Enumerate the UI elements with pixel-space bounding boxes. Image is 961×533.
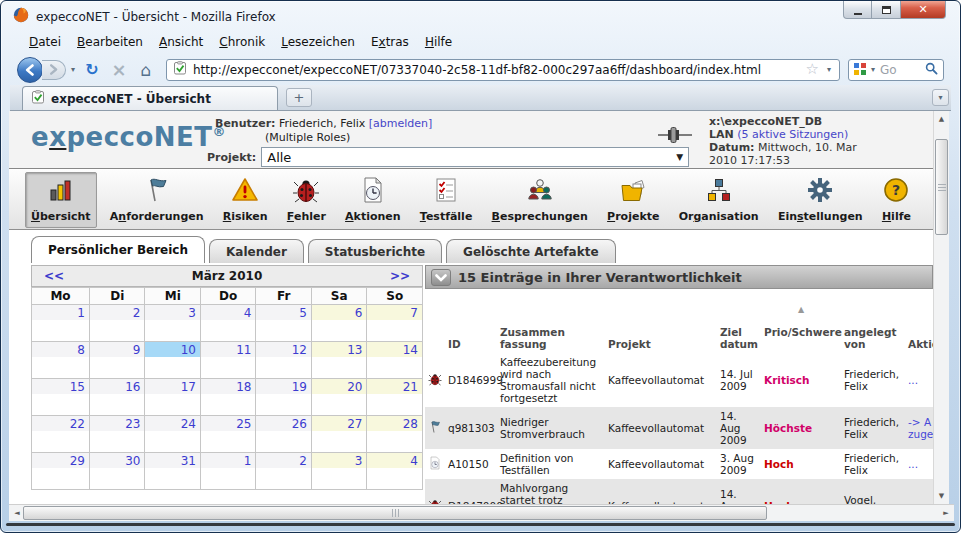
calendar-day-cell[interactable]: 12	[256, 342, 312, 379]
maximize-button[interactable]	[872, 1, 900, 19]
vertical-scrollbar[interactable]: ▲ ▼	[933, 111, 949, 504]
search-box[interactable]: ▾ Go	[848, 59, 944, 81]
lan-sessions[interactable]: (5 aktive Sitzungen)	[737, 128, 848, 141]
sort-ascending-icon[interactable]: ▲	[764, 306, 838, 314]
calendar-day-cell[interactable]: 7	[367, 305, 423, 342]
menu-bearbeiten[interactable]: Bearbeiten	[69, 32, 151, 52]
tab-persoenlicher-bereich[interactable]: Persönlicher Bereich	[31, 236, 205, 263]
entry-row[interactable]: D1847000Mahlvorgang startet trotz versto…	[425, 479, 933, 504]
calendar-day-cell[interactable]: 4	[200, 305, 256, 342]
menu-datei[interactable]: Datei	[21, 32, 69, 52]
column-action[interactable]: Aktion	[905, 291, 933, 353]
toolbar-risiken[interactable]: Risiken	[217, 172, 274, 228]
calendar-day-cell[interactable]: 19	[256, 379, 312, 416]
entry-row[interactable]: A10150Definition von TestfällenKaffeevol…	[425, 449, 933, 479]
toolbar-organisation[interactable]: Organisation	[673, 172, 765, 228]
stop-icon[interactable]: ×	[107, 58, 131, 82]
calendar-day-cell[interactable]: 16	[89, 379, 145, 416]
calendar-day-cell[interactable]: 18	[200, 379, 256, 416]
project-select[interactable]: Alle ▼	[261, 147, 689, 167]
toolbar-einstellungen[interactable]: Einstellungen	[772, 172, 869, 228]
collapse-panel-button[interactable]	[431, 269, 451, 286]
calendar-day-cell[interactable]: 27	[311, 416, 367, 453]
toolbar-projekte[interactable]: Projekte	[601, 172, 665, 228]
menu-ansicht[interactable]: Ansicht	[151, 32, 211, 52]
reload-icon[interactable]: ↻	[80, 58, 104, 82]
calendar-day-cell[interactable]: 13	[311, 342, 367, 379]
calendar-prev-link[interactable]: <<	[44, 269, 64, 283]
toolbar-testfaelle[interactable]: Testfälle	[414, 172, 479, 228]
calendar-day-cell[interactable]: 31	[145, 453, 201, 490]
menu-lesezeichen[interactable]: Lesezeichen	[273, 32, 363, 52]
entry-row[interactable]: D1846999Kaffeezubereitung wird nach Stro…	[425, 353, 933, 407]
horizontal-scrollbar[interactable]: ◄ ►	[9, 504, 954, 521]
entry-action-link[interactable]: ...	[905, 479, 933, 504]
calendar-day-cell[interactable]: 1	[200, 453, 256, 490]
calendar-day-cell[interactable]: 28	[367, 416, 423, 453]
title-bar[interactable]: expeccoNET - Übersicht - Mozilla Firefox	[13, 4, 800, 29]
back-button[interactable]	[17, 57, 43, 83]
calendar-day-cell[interactable]: 3	[145, 305, 201, 342]
column-priority[interactable]: ▲ Prio/Schwere	[761, 291, 841, 353]
scroll-up-icon[interactable]: ▲	[934, 111, 949, 127]
new-tab-button[interactable]: +	[286, 88, 312, 107]
entry-action-link[interactable]: ...	[905, 449, 933, 479]
menu-extras[interactable]: Extras	[363, 32, 417, 52]
column-id[interactable]: ID	[445, 291, 497, 353]
calendar-day-cell[interactable]: 6	[311, 305, 367, 342]
calendar-day-cell[interactable]: 26	[256, 416, 312, 453]
toolbar-hilfe[interactable]: ? Hilfe	[876, 172, 917, 228]
tab-kalender[interactable]: Kalender	[209, 239, 304, 263]
menu-hilfe[interactable]: Hilfe	[417, 32, 460, 52]
toolbar-uebersicht[interactable]: Übersicht	[25, 172, 97, 228]
column-created-by[interactable]: angelegt von	[841, 291, 905, 353]
scroll-right-icon[interactable]: ►	[938, 505, 954, 521]
calendar-day-cell[interactable]: 20	[311, 379, 367, 416]
calendar-day-cell[interactable]: 10	[145, 342, 201, 379]
toolbar-fehler[interactable]: Fehler	[281, 172, 332, 228]
url-dropdown-icon[interactable]: ▾	[825, 65, 833, 74]
horizontal-scroll-thumb[interactable]	[23, 506, 767, 520]
calendar-day-cell[interactable]: 3	[311, 453, 367, 490]
browser-tab[interactable]: expeccoNET - Übersicht	[22, 86, 278, 110]
toolbar-anforderungen[interactable]: Anforderungen	[104, 172, 210, 228]
close-button[interactable]: ✕	[900, 1, 946, 19]
calendar-day-cell[interactable]: 30	[89, 453, 145, 490]
column-project[interactable]: Projekt	[605, 291, 717, 353]
calendar-day-cell[interactable]: 21	[367, 379, 423, 416]
history-dropdown-icon[interactable]: ▾	[69, 65, 77, 74]
toolbar-besprechungen[interactable]: Besprechungen	[486, 172, 594, 228]
forward-button[interactable]	[42, 60, 66, 80]
calendar-day-cell[interactable]: 9	[89, 342, 145, 379]
search-engine-dropdown-icon[interactable]: ▾	[869, 65, 877, 74]
column-summary[interactable]: Zusammen fassung	[497, 291, 605, 353]
calendar-day-cell[interactable]: 2	[256, 453, 312, 490]
calendar-day-cell[interactable]: 2	[89, 305, 145, 342]
home-icon[interactable]: ⌂	[134, 58, 158, 82]
bookmark-star-icon[interactable]: ☆	[806, 62, 819, 77]
scroll-down-icon[interactable]: ▼	[934, 488, 949, 504]
calendar-day-cell[interactable]: 24	[145, 416, 201, 453]
column-due-date[interactable]: Ziel datum	[717, 291, 761, 353]
tab-list-dropdown-icon[interactable]: ▾	[932, 89, 949, 106]
entry-action-link[interactable]: ...	[905, 353, 933, 407]
entry-action-link[interactable]: -> A zuge	[905, 407, 933, 449]
calendar-day-cell[interactable]: 4	[367, 453, 423, 490]
toolbar-aktionen[interactable]: Aktionen	[339, 172, 407, 228]
tab-statusberichte[interactable]: Statusberichte	[308, 239, 442, 263]
magnifier-icon[interactable]	[925, 60, 938, 79]
url-text[interactable]: http://expecconet/expeccoNET/07337040-2c…	[193, 63, 800, 77]
tab-geloeschte-artefakte[interactable]: Gelöschte Artefakte	[446, 239, 615, 263]
calendar-day-cell[interactable]: 23	[89, 416, 145, 453]
entry-row[interactable]: q981303Niedriger StromverbrauchKaffeevol…	[425, 407, 933, 449]
calendar-day-cell[interactable]: 14	[367, 342, 423, 379]
calendar-day-cell[interactable]: 11	[200, 342, 256, 379]
url-bar[interactable]: http://expecconet/expeccoNET/07337040-2c…	[166, 59, 840, 81]
calendar-day-cell[interactable]: 29	[32, 453, 90, 490]
calendar-day-cell[interactable]: 17	[145, 379, 201, 416]
calendar-next-link[interactable]: >>	[390, 269, 410, 283]
menu-chronik[interactable]: Chronik	[211, 32, 273, 52]
calendar-day-cell[interactable]: 8	[32, 342, 90, 379]
calendar-day-cell[interactable]: 25	[200, 416, 256, 453]
calendar-day-cell[interactable]: 22	[32, 416, 90, 453]
